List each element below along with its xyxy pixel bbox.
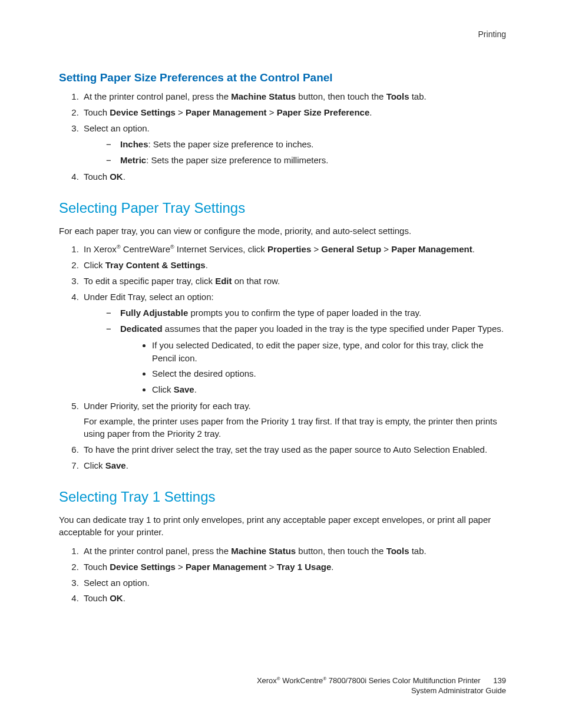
disc-item: Click Save. xyxy=(152,383,506,396)
heading-setting-paper-size: Setting Paper Size Preferences at the Co… xyxy=(59,71,506,84)
section3-steps: At the printer control panel, press the … xyxy=(59,545,506,605)
section3-step: Touch Device Settings > Paper Management… xyxy=(81,561,506,574)
page-number: 139 xyxy=(493,676,506,685)
section1-step: Select an option.Inches: Sets the paper … xyxy=(81,122,506,167)
dash-item: Inches: Sets the paper size preference t… xyxy=(106,138,506,151)
section1-step: At the printer control panel, press the … xyxy=(81,90,506,103)
section2-step: Click Save. xyxy=(81,459,506,472)
dash-item: Metric: Sets the paper size preference t… xyxy=(106,154,506,167)
dash-list: Inches: Sets the paper size preference t… xyxy=(84,138,506,167)
step-note: For example, the printer uses paper from… xyxy=(84,415,506,441)
section1-step: Touch Device Settings > Paper Management… xyxy=(81,106,506,119)
section1-step: Touch OK. xyxy=(81,170,506,183)
dash-list: Fully Adjustable prompts you to confirm … xyxy=(84,307,506,396)
section2-step: In Xerox® CentreWare® Internet Services,… xyxy=(81,243,506,256)
section3-step: Touch OK. xyxy=(81,592,506,605)
section2-step: Under Priority, set the priority for eac… xyxy=(81,400,506,440)
dash-item: Fully Adjustable prompts you to confirm … xyxy=(106,307,506,319)
disc-item: Select the desired options. xyxy=(152,367,506,380)
section2-steps: In Xerox® CentreWare® Internet Services,… xyxy=(59,243,506,472)
section2-intro: For each paper tray, you can view or con… xyxy=(59,225,506,238)
section3-step: Select an option. xyxy=(81,577,506,589)
footer-line1: Xerox® WorkCentre® 7800/7800i Series Col… xyxy=(0,676,506,686)
section2-step: To have the print driver select the tray… xyxy=(81,443,506,456)
disc-list: If you selected Dedicated, to edit the p… xyxy=(120,339,506,396)
section3-intro: You can dedicate tray 1 to print only en… xyxy=(59,513,506,539)
section2-step: Click Tray Content & Settings. xyxy=(81,259,506,272)
page-footer: Xerox® WorkCentre® 7800/7800i Series Col… xyxy=(0,676,562,696)
disc-item: If you selected Dedicated, to edit the p… xyxy=(152,339,506,365)
section2-step: To edit a specific paper tray, click Edi… xyxy=(81,275,506,288)
section1-steps: At the printer control panel, press the … xyxy=(59,90,506,183)
section3-step: At the printer control panel, press the … xyxy=(81,545,506,558)
heading-selecting-paper-tray: Selecting Paper Tray Settings xyxy=(59,200,506,216)
section2-step: Under Edit Tray, select an option:Fully … xyxy=(81,291,506,396)
header-section-label: Printing xyxy=(59,29,506,39)
footer-line2: System Administrator Guide xyxy=(0,686,506,696)
dash-item: Dedicated assumes that the paper you loa… xyxy=(106,322,506,396)
heading-selecting-tray1: Selecting Tray 1 Settings xyxy=(59,489,506,505)
